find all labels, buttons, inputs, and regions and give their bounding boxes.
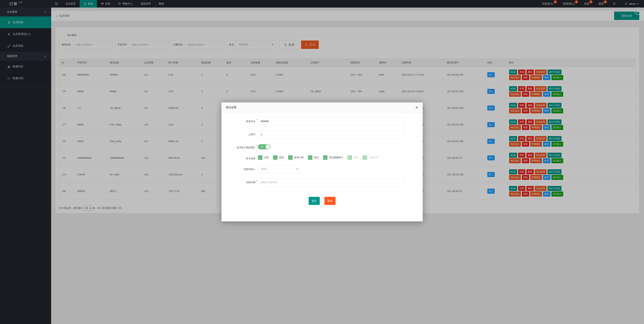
options-checkbox-group: ✓充值✓提现✓推荐人数✓电话✓电话隐藏部分✓姓名✓注册时间 <box>258 154 404 160</box>
modal-footer: 提交 取消 <box>222 192 423 205</box>
options-label: 显示选项 <box>236 154 255 160</box>
field-row-parent-id: 上级ID <box>222 130 423 138</box>
deduct-user-placeholder: 选择人 <box>261 168 268 171</box>
show-team-label: 是否显示我的团队 <box>236 143 255 149</box>
checkbox-充值[interactable]: ✓充值 <box>258 155 269 160</box>
field-row-real-name: 真实姓名 * <box>222 117 423 125</box>
show-team-toggle[interactable]: ON <box>258 144 270 149</box>
close-icon[interactable]: ✕ <box>415 106 418 109</box>
checkmark-icon: ✓ <box>258 155 262 160</box>
checkbox-label: 推荐人数 <box>294 156 304 159</box>
required-asterisk: * <box>255 178 258 182</box>
deduct-user-label: 选择扣除人 <box>236 165 255 171</box>
deduct-user-select[interactable]: 选择人 <box>258 165 301 173</box>
field-row-deduct-user: 选择扣除人 选择人 <box>222 165 423 173</box>
checkbox-label: 姓名 <box>354 156 358 159</box>
checkbox-label: 注册时间 <box>369 156 378 159</box>
checkmark-icon: ✓ <box>363 155 367 160</box>
field-row-show-team: 是否显示我的团队 * ON <box>222 143 423 149</box>
field-row-options: 显示选项 ✓充值✓提现✓推荐人数✓电话✓电话隐藏部分✓姓名✓注册时间 <box>222 154 423 160</box>
checkmark-icon: ✓ <box>288 155 292 160</box>
checkbox-电话隐藏部分[interactable]: ✓电话隐藏部分 <box>323 155 343 160</box>
deduction-settings-modal: 暗扣设置 ✕ 真实姓名 * 上级ID 是否显示我的团队 * ON <box>222 102 423 221</box>
submit-button[interactable]: 提交 <box>309 197 320 205</box>
modal-body: 真实姓名 * 上级ID 是否显示我的团队 * ON <box>222 113 423 205</box>
checkbox-提现[interactable]: ✓提现 <box>273 155 284 160</box>
parent-id-label: 上级ID <box>236 130 255 136</box>
checkmark-icon: ✓ <box>323 155 328 160</box>
checkbox-姓名: ✓姓名 <box>348 155 358 160</box>
field-row-deduct-amount: 扣除余额 * <box>222 178 423 186</box>
checkbox-电话[interactable]: ✓电话 <box>308 155 319 160</box>
chevron-down-icon <box>296 169 298 170</box>
checkbox-推荐人数[interactable]: ✓推荐人数 <box>288 155 304 160</box>
app-viewport: 订单 订单 后台首页角色交易帮助中心系统管理商城 充值(假人)0提现(假人)0充… <box>0 0 644 324</box>
deduct-amount-input[interactable] <box>258 178 404 186</box>
checkmark-icon: ✓ <box>273 155 278 160</box>
cancel-button[interactable]: 取消 <box>324 197 336 205</box>
toggle-knob-icon <box>266 145 270 149</box>
checkbox-label: 提现 <box>279 156 284 159</box>
checkmark-icon: ✓ <box>308 155 312 160</box>
deduct-amount-label: 扣除余额 <box>236 178 255 184</box>
checkbox-label: 充值 <box>264 156 269 159</box>
real-name-label: 真实姓名 <box>236 117 255 123</box>
required-asterisk: * <box>255 117 258 121</box>
modal-header: 暗扣设置 ✕ <box>222 102 423 113</box>
checkbox-label: 电话隐藏部分 <box>329 156 343 159</box>
modal-title: 暗扣设置 <box>226 106 236 109</box>
toggle-on-label: ON <box>260 145 264 148</box>
parent-id-input[interactable] <box>258 130 404 138</box>
checkbox-注册时间: ✓注册时间 <box>363 155 378 160</box>
checkmark-icon: ✓ <box>348 155 352 160</box>
real-name-input[interactable] <box>258 117 404 125</box>
checkbox-label: 电话 <box>314 156 319 159</box>
required-asterisk: * <box>255 143 258 147</box>
